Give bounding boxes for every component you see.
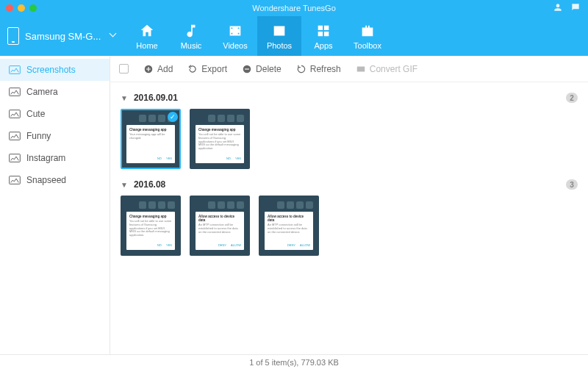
device-name: Samsung SM-G... [25,31,101,42]
collapse-icon: ▼ [121,94,128,102]
thumb-approw [196,201,244,209]
album-icon [9,153,21,163]
toolbar: Add Export Delete Refresh Convert GIF [110,56,588,82]
album-icon [9,131,21,141]
sidebar: ScreenshotsCameraCuteFunnyInstagramSnaps… [0,56,110,354]
album-icon [9,87,21,97]
videos-icon [227,23,243,39]
photo-thumbnail[interactable]: Allow access to device dataAn MTP connec… [259,196,319,256]
gallery: ▼2016.09.012Change messaging appYour mes… [110,82,588,354]
nav-home-label: Home [136,41,157,50]
photo-thumbnail[interactable]: Change messaging appYou will not be able… [190,109,250,169]
status-bar: 1 of 5 item(s), 779.03 KB [0,354,588,369]
thumb-dialog: Allow access to device dataAn MTP connec… [265,212,313,250]
thumb-dialog: Change messaging appYou will not be able… [126,212,175,250]
gif-icon [356,64,366,74]
nav-music[interactable]: Music [169,16,213,56]
selected-check-icon [168,112,178,122]
svg-rect-2 [10,110,21,118]
group-header[interactable]: ▼2016.083 [121,179,578,190]
photo-thumbnail[interactable]: Change messaging appYou will not be able… [121,196,181,256]
sidebar-item-label: Instagram [26,153,65,163]
refresh-button[interactable]: Refresh [296,64,341,74]
zoom-window-button[interactable] [29,4,37,12]
convert-gif-button[interactable]: Convert GIF [356,64,417,74]
album-icon [9,175,21,185]
refresh-icon [296,64,306,74]
nav-photos[interactable]: Photos [257,16,301,56]
photo-thumbnail[interactable]: Allow access to device dataAn MTP connec… [190,196,250,256]
add-label: Add [157,64,173,74]
svg-rect-5 [10,176,21,184]
apps-icon [315,23,331,39]
nav-videos-label: Videos [223,41,247,50]
svg-rect-9 [357,66,365,71]
thumb-approw [196,115,244,122]
sidebar-item-cute[interactable]: Cute [0,103,110,125]
window-controls [0,4,37,12]
sidebar-item-screenshots[interactable]: Screenshots [0,59,110,81]
feedback-icon[interactable] [570,2,581,14]
add-button[interactable]: Add [143,64,173,74]
thumb-dialog: Change messaging appYour messaging app w… [126,125,175,163]
svg-rect-1 [10,88,21,96]
group-date: 2016.09.01 [134,93,178,103]
convert-label: Convert GIF [370,64,417,74]
nav-music-label: Music [181,41,202,50]
photo-thumbnail[interactable]: Change messaging appYour messaging app w… [121,109,181,169]
main-body: ScreenshotsCameraCuteFunnyInstagramSnaps… [0,56,588,354]
group-count-badge: 2 [566,93,578,103]
thumb-row: Change messaging appYou will not be able… [121,196,578,256]
sidebar-item-camera[interactable]: Camera [0,81,110,103]
toolbox-icon [359,23,376,39]
export-label: Export [201,64,227,74]
nav-toolbox-label: Toolbox [354,41,381,50]
svg-rect-0 [10,66,21,74]
thumb-row: Change messaging appYour messaging app w… [121,109,578,169]
sidebar-item-label: Camera [26,87,58,97]
delete-label: Delete [256,64,282,74]
home-icon [139,23,155,39]
group-date: 2016.08 [134,179,165,190]
close-window-button[interactable] [6,4,13,12]
status-text: 1 of 5 item(s), 779.03 KB [249,358,339,367]
svg-rect-8 [245,68,249,69]
thumb-approw [126,201,175,209]
device-selector[interactable]: Samsung SM-G... [0,16,125,56]
svg-rect-4 [10,154,21,162]
minimize-window-button[interactable] [18,4,25,12]
sidebar-item-label: Funny [26,131,51,141]
export-button[interactable]: Export [187,64,227,74]
nav-photos-label: Photos [267,41,292,50]
thumb-dialog: Change messaging appYou will not be able… [196,125,244,163]
phone-icon [7,27,19,45]
svg-rect-3 [10,132,21,140]
titlebar: Wondershare TunesGo [0,0,588,16]
plus-icon [143,64,154,74]
sidebar-item-instagram[interactable]: Instagram [0,147,110,169]
nav-toolbox[interactable]: Toolbox [345,16,390,56]
content-pane: Add Export Delete Refresh Convert GIF ▼2… [110,56,588,354]
thumb-approw [265,201,313,209]
sidebar-item-snapseed[interactable]: Snapseed [0,169,110,191]
group-count-badge: 3 [566,179,578,190]
sidebar-item-label: Screenshots [26,65,76,75]
collapse-icon: ▼ [121,181,128,189]
thumb-dialog: Allow access to device dataAn MTP connec… [196,212,244,250]
nav-apps[interactable]: Apps [301,16,345,56]
photos-icon [271,23,287,39]
nav-videos[interactable]: Videos [213,16,257,56]
music-icon [183,23,199,39]
user-icon[interactable] [553,2,563,14]
nav-home[interactable]: Home [125,16,169,56]
refresh-label: Refresh [310,64,341,74]
delete-button[interactable]: Delete [242,64,282,74]
album-icon [9,109,21,119]
export-icon [187,64,198,74]
sidebar-item-funny[interactable]: Funny [0,125,110,147]
album-icon [9,65,21,75]
chevron-down-icon [110,32,118,40]
select-all-checkbox[interactable] [119,64,129,74]
group-header[interactable]: ▼2016.09.012 [121,93,578,103]
sidebar-item-label: Snapseed [26,175,66,185]
